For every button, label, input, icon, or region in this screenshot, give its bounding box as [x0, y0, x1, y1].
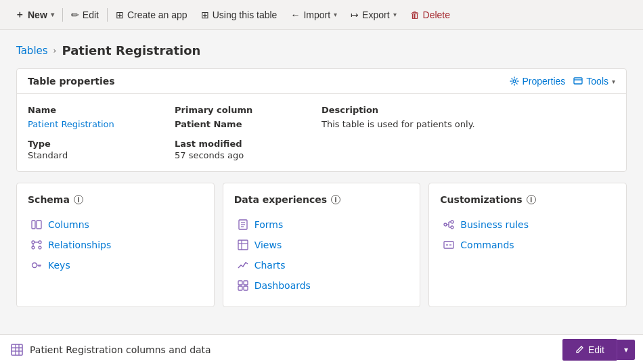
charts-label: Charts [254, 260, 286, 271]
export-icon: ↦ [351, 9, 359, 20]
svg-point-8 [39, 246, 41, 249]
bottom-edit-chevron-button[interactable]: ▾ [617, 340, 635, 360]
breadcrumb-tables-link[interactable]: Tables [16, 45, 48, 57]
svg-point-11 [32, 263, 37, 268]
export-label: Export [362, 9, 389, 20]
svg-rect-24 [238, 286, 242, 290]
plus-icon: ＋ [15, 9, 24, 21]
edit-icon: ✏ [71, 9, 79, 20]
primary-column-label: Primary column [175, 105, 322, 115]
import-label: Import [303, 9, 330, 20]
schema-info-icon[interactable]: i [74, 195, 83, 204]
import-button[interactable]: ← Import ▾ [284, 5, 344, 24]
card-title: Table properties [28, 76, 115, 87]
keys-item[interactable]: Keys [28, 255, 203, 275]
edit-label: Edit [83, 9, 99, 20]
customizations-info-icon[interactable]: i [527, 195, 536, 204]
type-value: Standard [28, 150, 175, 160]
properties-label: Properties [523, 76, 566, 87]
create-app-button[interactable]: ⊞ Create an app [109, 5, 194, 24]
export-button[interactable]: ↦ Export ▾ [344, 5, 403, 24]
svg-rect-25 [244, 286, 248, 290]
relationships-label: Relationships [48, 240, 111, 250]
dashboards-icon [237, 279, 249, 292]
pencil-icon [575, 345, 584, 355]
svg-point-7 [32, 246, 35, 249]
svg-point-28 [451, 226, 453, 229]
schema-title: Schema i [28, 194, 203, 205]
toolbar-divider-1 [62, 8, 63, 22]
edit-toolbar-button[interactable]: ✏ Edit [64, 5, 106, 24]
views-item[interactable]: Views [234, 235, 409, 255]
bottom-edit-chevron-icon: ▾ [624, 345, 628, 355]
cards-row: Schema i Columns [16, 183, 627, 307]
relationships-icon [30, 239, 43, 251]
views-label: Views [254, 240, 282, 250]
gear-icon [510, 76, 519, 86]
columns-icon [30, 219, 43, 231]
name-group: Name Patient Registration Type Standard [28, 105, 175, 160]
using-this-table-label: Using this table [213, 9, 278, 20]
business-rules-item[interactable]: Business rules [440, 214, 615, 235]
svg-rect-23 [244, 281, 248, 285]
forms-item[interactable]: Forms [234, 214, 409, 235]
customizations-card: Customizations i Business [428, 183, 627, 307]
bottom-edit-label: Edit [588, 344, 604, 355]
bottom-bar-right: Edit ▾ [562, 339, 635, 361]
description-value: This table is used for patients only. [322, 119, 615, 129]
dashboards-item[interactable]: Dashboards [234, 275, 409, 296]
new-chevron-icon: ▾ [51, 11, 54, 18]
using-this-table-button[interactable]: ⊞ Using this table [194, 5, 284, 24]
svg-point-0 [513, 80, 516, 83]
new-button[interactable]: ＋ New ▾ [8, 5, 61, 25]
relationships-item[interactable]: Relationships [28, 235, 203, 255]
svg-rect-37 [12, 344, 22, 355]
name-value: Patient Registration [28, 119, 175, 129]
forms-icon [237, 219, 249, 231]
import-chevron-icon: ▾ [334, 11, 337, 18]
commands-item[interactable]: Commands [440, 235, 615, 255]
svg-rect-34 [444, 242, 453, 248]
business-rules-label: Business rules [460, 219, 529, 230]
columns-item[interactable]: Columns [28, 214, 203, 235]
create-app-icon: ⊞ [116, 9, 124, 20]
props-grid: Name Patient Registration Type Standard … [17, 94, 626, 171]
bottom-table-label: Patient Registration columns and data [30, 344, 211, 355]
svg-point-5 [32, 241, 35, 244]
svg-point-26 [444, 223, 447, 226]
primary-column-value: Patient Name [175, 119, 322, 129]
tools-button[interactable]: Tools ▾ [573, 76, 615, 87]
data-experiences-info-icon[interactable]: i [331, 195, 340, 204]
import-icon: ← [290, 9, 300, 20]
using-table-icon: ⊞ [201, 9, 209, 20]
toolbar: ＋ New ▾ ✏ Edit ⊞ Create an app ⊞ Using t… [0, 0, 643, 30]
keys-label: Keys [48, 260, 70, 271]
columns-label: Columns [48, 219, 89, 230]
last-modified-value: 57 seconds ago [175, 150, 322, 160]
properties-button[interactable]: Properties [510, 76, 566, 87]
card-header: Table properties Properties Tools ▾ [17, 69, 626, 94]
bottom-edit-button[interactable]: Edit [562, 339, 617, 361]
commands-icon [443, 239, 455, 251]
breadcrumb-current: Patient Registration [62, 43, 200, 58]
name-label: Name [28, 105, 175, 115]
svg-rect-19 [238, 240, 248, 250]
customizations-title: Customizations i [440, 194, 615, 205]
breadcrumb: Tables › Patient Registration [16, 43, 627, 58]
primary-column-group: Primary column Patient Name Last modifie… [175, 105, 322, 160]
description-group: Description This table is used for patie… [322, 105, 615, 160]
delete-button[interactable]: 🗑 Delete [403, 5, 457, 24]
export-chevron-icon: ▾ [393, 11, 397, 18]
data-experiences-title: Data experiences i [234, 194, 409, 205]
tools-chevron-icon: ▾ [612, 78, 615, 85]
keys-icon [30, 259, 43, 271]
business-rules-icon [443, 219, 455, 231]
table-properties-card: Table properties Properties Tools ▾ [16, 68, 627, 172]
bottom-bar: Patient Registration columns and data Ed… [0, 334, 643, 364]
last-modified-label: Last modified [175, 139, 322, 149]
svg-point-6 [39, 241, 41, 244]
create-app-label: Create an app [127, 9, 187, 20]
delete-label: Delete [423, 9, 450, 20]
charts-item[interactable]: Charts [234, 255, 409, 275]
bottom-bar-left: Patient Registration columns and data [11, 344, 211, 356]
